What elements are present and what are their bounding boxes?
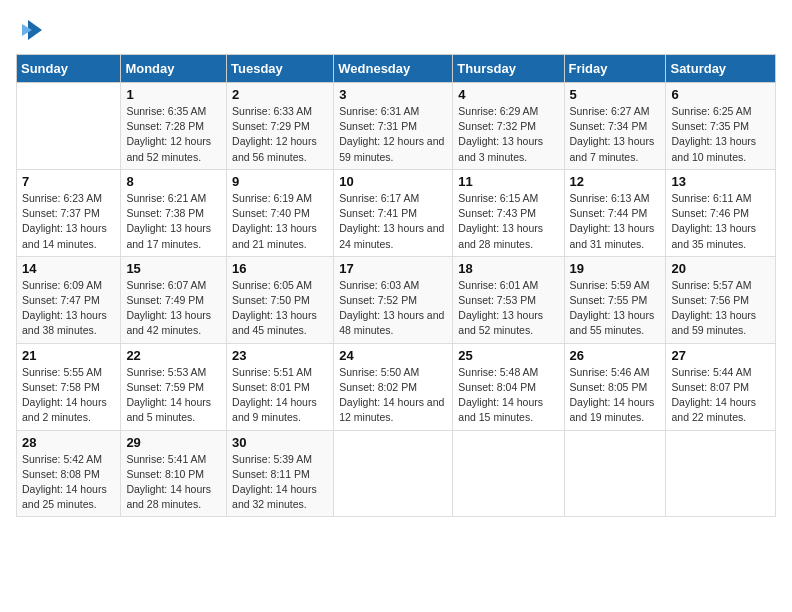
- cell-info: Sunrise: 5:59 AMSunset: 7:55 PMDaylight:…: [570, 278, 661, 339]
- day-number: 7: [22, 174, 115, 189]
- cell-info: Sunrise: 5:55 AMSunset: 7:58 PMDaylight:…: [22, 365, 115, 426]
- day-number: 12: [570, 174, 661, 189]
- calendar-cell: 17Sunrise: 6:03 AMSunset: 7:52 PMDayligh…: [334, 256, 453, 343]
- calendar-cell: [334, 430, 453, 517]
- day-number: 14: [22, 261, 115, 276]
- calendar-cell: 3Sunrise: 6:31 AMSunset: 7:31 PMDaylight…: [334, 83, 453, 170]
- day-number: 23: [232, 348, 328, 363]
- day-number: 15: [126, 261, 221, 276]
- day-number: 22: [126, 348, 221, 363]
- calendar-cell: 8Sunrise: 6:21 AMSunset: 7:38 PMDaylight…: [121, 169, 227, 256]
- calendar-cell: 19Sunrise: 5:59 AMSunset: 7:55 PMDayligh…: [564, 256, 666, 343]
- cell-info: Sunrise: 6:13 AMSunset: 7:44 PMDaylight:…: [570, 191, 661, 252]
- calendar-cell: 14Sunrise: 6:09 AMSunset: 7:47 PMDayligh…: [17, 256, 121, 343]
- cell-info: Sunrise: 6:35 AMSunset: 7:28 PMDaylight:…: [126, 104, 221, 165]
- cell-info: Sunrise: 5:53 AMSunset: 7:59 PMDaylight:…: [126, 365, 221, 426]
- calendar-cell: 24Sunrise: 5:50 AMSunset: 8:02 PMDayligh…: [334, 343, 453, 430]
- cell-info: Sunrise: 6:29 AMSunset: 7:32 PMDaylight:…: [458, 104, 558, 165]
- day-number: 8: [126, 174, 221, 189]
- calendar-cell: 21Sunrise: 5:55 AMSunset: 7:58 PMDayligh…: [17, 343, 121, 430]
- week-row-3: 14Sunrise: 6:09 AMSunset: 7:47 PMDayligh…: [17, 256, 776, 343]
- day-number: 16: [232, 261, 328, 276]
- day-header-sunday: Sunday: [17, 55, 121, 83]
- cell-info: Sunrise: 6:09 AMSunset: 7:47 PMDaylight:…: [22, 278, 115, 339]
- calendar-cell: 11Sunrise: 6:15 AMSunset: 7:43 PMDayligh…: [453, 169, 564, 256]
- calendar-cell: [17, 83, 121, 170]
- day-number: 6: [671, 87, 770, 102]
- header-row: SundayMondayTuesdayWednesdayThursdayFrid…: [17, 55, 776, 83]
- day-number: 30: [232, 435, 328, 450]
- calendar-cell: 25Sunrise: 5:48 AMSunset: 8:04 PMDayligh…: [453, 343, 564, 430]
- cell-info: Sunrise: 6:27 AMSunset: 7:34 PMDaylight:…: [570, 104, 661, 165]
- cell-info: Sunrise: 5:46 AMSunset: 8:05 PMDaylight:…: [570, 365, 661, 426]
- cell-info: Sunrise: 5:48 AMSunset: 8:04 PMDaylight:…: [458, 365, 558, 426]
- day-number: 17: [339, 261, 447, 276]
- day-number: 29: [126, 435, 221, 450]
- day-number: 24: [339, 348, 447, 363]
- cell-info: Sunrise: 5:50 AMSunset: 8:02 PMDaylight:…: [339, 365, 447, 426]
- cell-info: Sunrise: 6:07 AMSunset: 7:49 PMDaylight:…: [126, 278, 221, 339]
- week-row-2: 7Sunrise: 6:23 AMSunset: 7:37 PMDaylight…: [17, 169, 776, 256]
- calendar-cell: 18Sunrise: 6:01 AMSunset: 7:53 PMDayligh…: [453, 256, 564, 343]
- cell-info: Sunrise: 6:17 AMSunset: 7:41 PMDaylight:…: [339, 191, 447, 252]
- day-header-thursday: Thursday: [453, 55, 564, 83]
- day-number: 3: [339, 87, 447, 102]
- cell-info: Sunrise: 6:11 AMSunset: 7:46 PMDaylight:…: [671, 191, 770, 252]
- day-number: 11: [458, 174, 558, 189]
- cell-info: Sunrise: 5:44 AMSunset: 8:07 PMDaylight:…: [671, 365, 770, 426]
- calendar-cell: 27Sunrise: 5:44 AMSunset: 8:07 PMDayligh…: [666, 343, 776, 430]
- cell-info: Sunrise: 5:41 AMSunset: 8:10 PMDaylight:…: [126, 452, 221, 513]
- calendar-cell: 10Sunrise: 6:17 AMSunset: 7:41 PMDayligh…: [334, 169, 453, 256]
- day-number: 10: [339, 174, 447, 189]
- calendar-cell: [453, 430, 564, 517]
- week-row-1: 1Sunrise: 6:35 AMSunset: 7:28 PMDaylight…: [17, 83, 776, 170]
- day-number: 18: [458, 261, 558, 276]
- day-number: 25: [458, 348, 558, 363]
- cell-info: Sunrise: 6:01 AMSunset: 7:53 PMDaylight:…: [458, 278, 558, 339]
- calendar-cell: [564, 430, 666, 517]
- calendar-cell: 9Sunrise: 6:19 AMSunset: 7:40 PMDaylight…: [227, 169, 334, 256]
- calendar-cell: 4Sunrise: 6:29 AMSunset: 7:32 PMDaylight…: [453, 83, 564, 170]
- day-header-wednesday: Wednesday: [334, 55, 453, 83]
- header: [16, 16, 776, 44]
- calendar-cell: 12Sunrise: 6:13 AMSunset: 7:44 PMDayligh…: [564, 169, 666, 256]
- calendar-cell: 28Sunrise: 5:42 AMSunset: 8:08 PMDayligh…: [17, 430, 121, 517]
- calendar-cell: 20Sunrise: 5:57 AMSunset: 7:56 PMDayligh…: [666, 256, 776, 343]
- day-header-friday: Friday: [564, 55, 666, 83]
- calendar-cell: 26Sunrise: 5:46 AMSunset: 8:05 PMDayligh…: [564, 343, 666, 430]
- calendar-cell: 2Sunrise: 6:33 AMSunset: 7:29 PMDaylight…: [227, 83, 334, 170]
- day-header-monday: Monday: [121, 55, 227, 83]
- cell-info: Sunrise: 6:05 AMSunset: 7:50 PMDaylight:…: [232, 278, 328, 339]
- day-number: 4: [458, 87, 558, 102]
- cell-info: Sunrise: 6:03 AMSunset: 7:52 PMDaylight:…: [339, 278, 447, 339]
- cell-info: Sunrise: 6:31 AMSunset: 7:31 PMDaylight:…: [339, 104, 447, 165]
- day-header-tuesday: Tuesday: [227, 55, 334, 83]
- day-number: 2: [232, 87, 328, 102]
- day-number: 27: [671, 348, 770, 363]
- cell-info: Sunrise: 5:39 AMSunset: 8:11 PMDaylight:…: [232, 452, 328, 513]
- day-number: 20: [671, 261, 770, 276]
- calendar-table: SundayMondayTuesdayWednesdayThursdayFrid…: [16, 54, 776, 517]
- logo-icon: [18, 16, 46, 44]
- calendar-cell: 6Sunrise: 6:25 AMSunset: 7:35 PMDaylight…: [666, 83, 776, 170]
- cell-info: Sunrise: 6:19 AMSunset: 7:40 PMDaylight:…: [232, 191, 328, 252]
- cell-info: Sunrise: 6:21 AMSunset: 7:38 PMDaylight:…: [126, 191, 221, 252]
- day-number: 9: [232, 174, 328, 189]
- cell-info: Sunrise: 5:57 AMSunset: 7:56 PMDaylight:…: [671, 278, 770, 339]
- day-number: 26: [570, 348, 661, 363]
- calendar-cell: 29Sunrise: 5:41 AMSunset: 8:10 PMDayligh…: [121, 430, 227, 517]
- day-number: 1: [126, 87, 221, 102]
- week-row-5: 28Sunrise: 5:42 AMSunset: 8:08 PMDayligh…: [17, 430, 776, 517]
- day-number: 19: [570, 261, 661, 276]
- cell-info: Sunrise: 6:15 AMSunset: 7:43 PMDaylight:…: [458, 191, 558, 252]
- calendar-cell: 5Sunrise: 6:27 AMSunset: 7:34 PMDaylight…: [564, 83, 666, 170]
- calendar-cell: 7Sunrise: 6:23 AMSunset: 7:37 PMDaylight…: [17, 169, 121, 256]
- calendar-cell: 15Sunrise: 6:07 AMSunset: 7:49 PMDayligh…: [121, 256, 227, 343]
- logo: [16, 16, 46, 44]
- calendar-cell: 23Sunrise: 5:51 AMSunset: 8:01 PMDayligh…: [227, 343, 334, 430]
- calendar-cell: 30Sunrise: 5:39 AMSunset: 8:11 PMDayligh…: [227, 430, 334, 517]
- day-number: 5: [570, 87, 661, 102]
- cell-info: Sunrise: 6:33 AMSunset: 7:29 PMDaylight:…: [232, 104, 328, 165]
- day-number: 21: [22, 348, 115, 363]
- calendar-cell: 1Sunrise: 6:35 AMSunset: 7:28 PMDaylight…: [121, 83, 227, 170]
